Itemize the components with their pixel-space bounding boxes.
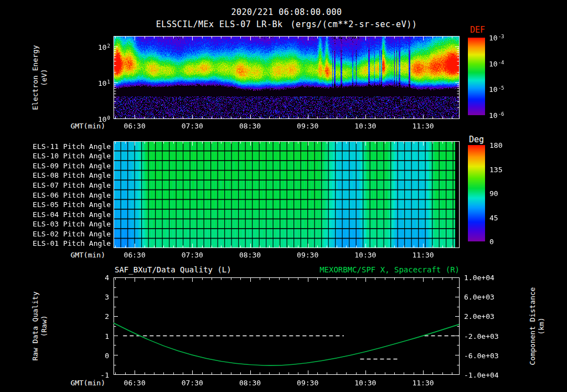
mex-els-quicklook-window: 2020/221 06:08:00.000 ELSSCIL/MEx ELS-07… (0, 0, 567, 392)
energy-axis-tick: 100 (83, 115, 110, 123)
x-tick-label: 08:30 (239, 122, 261, 130)
x-tick-label: 10:30 (354, 251, 376, 259)
x-tick-label: 09:30 (297, 122, 318, 130)
distance-axis-tick: 1.0e+04 (464, 274, 494, 282)
x-tick-label: 09:30 (297, 379, 318, 387)
deg-colorbar-tick: 0 (489, 238, 494, 246)
x-tick-label: 06:30 (124, 251, 146, 259)
def-colorbar-tick: 10-5 (489, 85, 504, 94)
deg-colorbar-tick: 135 (489, 165, 502, 173)
x-tick-label: 07:30 (182, 122, 203, 130)
def-colorbar-tick: 10-4 (489, 59, 504, 68)
pitch-row-label: ELS-11 Pitch Angle (28, 142, 111, 150)
quality-axis-tick: 3 (78, 293, 109, 301)
x-tick-label: 09:30 (297, 251, 318, 259)
pitch-row-label: ELS-06 Pitch Angle (28, 190, 111, 199)
distance-axis-tick: 6.0e+03 (464, 293, 494, 301)
deg-colorbar-tick: 180 (489, 141, 502, 149)
deg-colorbar-tick: 90 (489, 189, 498, 198)
x-tick-label: 11:30 (412, 379, 434, 387)
pitch-row-label: ELS-02 Pitch Angle (28, 229, 111, 238)
pitch-row-label: ELS-04 Pitch Angle (28, 210, 111, 218)
x-tick-label: 06:30 (124, 122, 146, 130)
x-tick-label: 10:30 (354, 379, 376, 387)
generated-labels-layer: 06:3007:3008:3009:3010:3011:3006:3007:30… (0, 0, 567, 392)
energy-axis-tick: 101 (83, 79, 110, 87)
quality-axis-tick: 2 (78, 312, 109, 321)
x-tick-label: 08:30 (239, 251, 261, 259)
quality-axis-tick: 4 (78, 274, 109, 282)
x-tick-label: 06:30 (124, 379, 146, 387)
pitch-row-label: ELS-01 Pitch Angle (28, 239, 111, 247)
energy-axis-tick: 102 (83, 43, 110, 51)
pitch-row-label: ELS-03 Pitch Angle (28, 220, 111, 228)
pitch-row-label: ELS-05 Pitch Angle (28, 200, 111, 209)
x-tick-label: 08:30 (239, 379, 261, 387)
quality-axis-tick: -1 (78, 371, 109, 379)
quality-axis-tick: 1 (78, 332, 109, 340)
x-tick-label: 11:30 (412, 251, 434, 259)
x-tick-label: 10:30 (354, 122, 376, 130)
pitch-row-label: ELS-09 Pitch Angle (28, 161, 111, 169)
x-tick-label: 07:30 (182, 379, 203, 387)
distance-axis-tick: -1.0e+04 (464, 371, 499, 379)
quality-axis-tick: 0 (78, 351, 109, 359)
def-colorbar-tick: 10-6 (489, 111, 504, 120)
def-colorbar-tick: 10-3 (489, 34, 504, 42)
pitch-row-label: ELS-10 Pitch Angle (28, 152, 111, 160)
distance-axis-tick: 2.0e+03 (464, 312, 494, 321)
pitch-row-label: ELS-07 Pitch Angle (28, 180, 111, 189)
deg-colorbar-tick: 45 (489, 213, 498, 221)
distance-axis-tick: -6.0e+03 (464, 351, 499, 359)
x-tick-label: 07:30 (182, 251, 203, 259)
distance-axis-tick: -2.0e+03 (464, 332, 499, 340)
x-tick-label: 11:30 (412, 122, 434, 130)
pitch-row-label: ELS-08 Pitch Angle (28, 171, 111, 179)
